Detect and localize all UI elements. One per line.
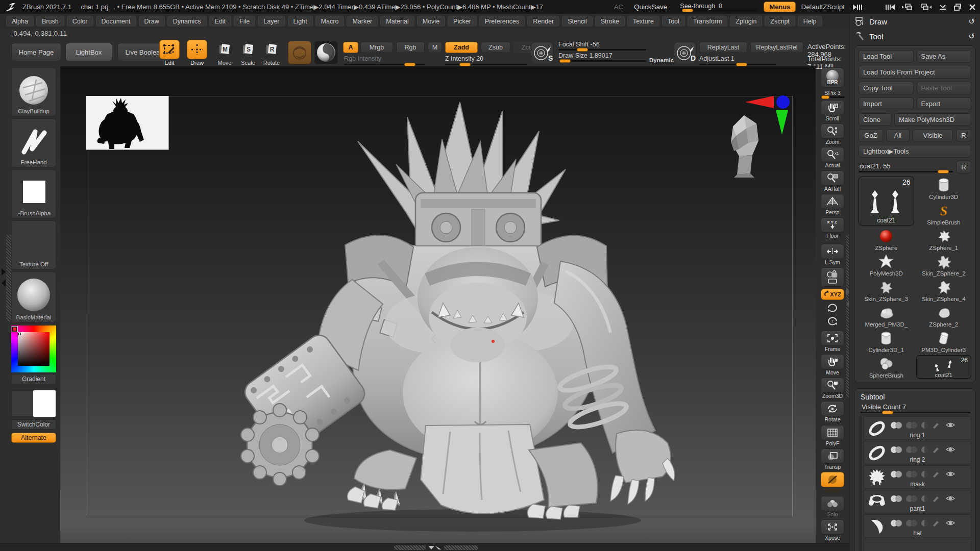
- tool-item[interactable]: ZSphere_2: [916, 304, 972, 328]
- lightbox-button[interactable]: LightBox: [65, 43, 112, 61]
- goz-button[interactable]: GoZ: [859, 129, 883, 142]
- menu-draw[interactable]: Draw: [139, 16, 165, 27]
- home-page-button[interactable]: Home Page: [11, 43, 61, 61]
- visibility-eye-icon[interactable]: [945, 495, 955, 502]
- goz-visible-button[interactable]: Visible: [913, 129, 953, 142]
- tool-item[interactable]: PM3D_Cylinder3: [916, 330, 972, 353]
- subtool-row-ring1[interactable]: ring 1: [864, 416, 971, 440]
- adjust-last-slider[interactable]: AdjustLast 1: [699, 55, 776, 65]
- tool-item-active[interactable]: 26 coat21: [859, 177, 914, 226]
- tool-item[interactable]: Cylinder3D_1: [859, 330, 914, 353]
- paint-icon[interactable]: [932, 470, 940, 478]
- polyf-button[interactable]: PolyF: [819, 425, 846, 446]
- menu-edit[interactable]: Edit: [209, 16, 232, 27]
- menu-stroke[interactable]: Stroke: [595, 16, 625, 27]
- paint-icon[interactable]: [932, 519, 940, 527]
- sv-square[interactable]: [18, 332, 50, 366]
- tool-item[interactable]: S SimpleBrush: [916, 202, 972, 226]
- tool-item[interactable]: PolyMesh3D: [859, 253, 914, 277]
- rgb-intensity-slider[interactable]: Rgb Intensity: [344, 55, 425, 65]
- move-mode-button[interactable]: M Move: [214, 40, 235, 66]
- draw-mode-button[interactable]: Draw: [187, 40, 207, 66]
- mrgb-toggle[interactable]: Mrgb: [360, 42, 393, 53]
- menu-light[interactable]: Light: [288, 16, 313, 27]
- zadd-toggle[interactable]: Zadd: [445, 42, 478, 53]
- prev-document-icon[interactable]: [902, 3, 913, 11]
- subtool-scrollbar[interactable]: [859, 416, 862, 551]
- hue-ring[interactable]: [11, 325, 56, 372]
- m-toggle[interactable]: M: [428, 42, 442, 53]
- menu-material[interactable]: Material: [380, 16, 414, 27]
- tool-item[interactable]: Skin_ZSphere_2: [916, 253, 972, 277]
- tool-item[interactable]: Skin_ZSphere_4: [916, 279, 972, 302]
- menus-button[interactable]: Menus: [764, 2, 796, 12]
- quicksave-button[interactable]: QuickSave: [628, 2, 673, 12]
- menu-movie[interactable]: Movie: [417, 16, 445, 27]
- menu-help[interactable]: Help: [798, 16, 822, 27]
- secondary-color-swatch[interactable]: [11, 391, 34, 416]
- solo-button[interactable]: Solo: [819, 496, 846, 517]
- tool-item[interactable]: Cylinder3D: [916, 177, 972, 200]
- right-tray-toggle-icon[interactable]: [877, 4, 895, 11]
- load-tool-button[interactable]: Load Tool: [859, 50, 914, 63]
- subtool-row-hat[interactable]: hat: [864, 514, 971, 538]
- zoom3d-button[interactable]: Zoom3D: [819, 378, 846, 399]
- aahalf-button[interactable]: AAHalf: [819, 170, 846, 192]
- lightbox-tools-button[interactable]: Lightbox▶Tools: [859, 145, 971, 158]
- load-tools-from-project-button[interactable]: Load Tools From Project: [859, 66, 971, 79]
- z-axis-dot[interactable]: [776, 95, 790, 109]
- focal-shift-slider[interactable]: Focal Shift -56: [558, 41, 646, 48]
- rotate-y-button[interactable]: [819, 302, 846, 313]
- stroke-type-button[interactable]: [288, 41, 311, 64]
- left-tray-toggle-icon[interactable]: [853, 4, 870, 11]
- paint-icon[interactable]: [932, 495, 940, 502]
- replay-last-button[interactable]: ReplayLast: [699, 42, 747, 53]
- local-pivot-button[interactable]: [819, 267, 846, 287]
- visibility-eye-icon[interactable]: [945, 470, 955, 478]
- subtool-row-ring2[interactable]: ring 2: [864, 441, 971, 464]
- tool-palette-header[interactable]: Tool ↺: [850, 28, 980, 43]
- menu-zscript[interactable]: Zscript: [765, 16, 795, 27]
- make-polymesh3d-button[interactable]: Make PolyMesh3D: [894, 113, 971, 126]
- rotate-z-button[interactable]: z: [819, 315, 846, 327]
- persp-button[interactable]: Persp: [819, 194, 846, 215]
- switch-color-label[interactable]: SwitchColor: [11, 419, 56, 430]
- menu-texture[interactable]: Texture: [627, 16, 659, 27]
- x-axis-arrow[interactable]: [745, 96, 774, 108]
- tool-item[interactable]: SphereBrush: [859, 355, 914, 379]
- rotate-mode-button[interactable]: R Rotate: [261, 40, 282, 66]
- draw-reset-icon[interactable]: ↺: [968, 17, 975, 26]
- draw-size-slider[interactable]: Draw Size 1.89017: [558, 52, 612, 59]
- subtool-header[interactable]: Subtool: [861, 393, 971, 401]
- rgb-toggle[interactable]: Rgb: [396, 42, 425, 53]
- menu-tool[interactable]: Tool: [662, 16, 685, 27]
- save-as-button[interactable]: Save As: [917, 50, 972, 63]
- color-picker[interactable]: Gradient: [11, 325, 56, 384]
- current-material-button[interactable]: BasicMaterial: [11, 271, 56, 322]
- current-brush-button[interactable]: ClayBuildup: [11, 67, 56, 116]
- import-button[interactable]: Import: [859, 97, 914, 110]
- see-through-slider[interactable]: See-through 0: [680, 3, 756, 11]
- y-axis-arrow[interactable]: [776, 110, 788, 135]
- transp-button[interactable]: Transp: [819, 448, 846, 470]
- zsub-toggle[interactable]: Zsub: [481, 42, 510, 53]
- primary-color-swatch[interactable]: [33, 390, 56, 417]
- menu-color[interactable]: Color: [67, 16, 93, 27]
- menu-brush[interactable]: Brush: [36, 16, 64, 27]
- floor-button[interactable]: XYZ Floor: [819, 217, 846, 239]
- menu-document[interactable]: Document: [96, 16, 136, 27]
- a-toggle[interactable]: A: [343, 42, 358, 53]
- draw-palette-header[interactable]: Draw ↺: [850, 14, 980, 28]
- bottom-tray-handle-left[interactable]: [394, 545, 426, 550]
- zoom-button[interactable]: Zoom: [819, 123, 846, 145]
- gradient-label[interactable]: Gradient: [11, 374, 56, 384]
- document-canvas[interactable]: [60, 66, 816, 543]
- scroll-button[interactable]: Scroll: [819, 100, 846, 121]
- xpose-button[interactable]: Xpose: [819, 519, 846, 541]
- menu-picker[interactable]: Picker: [448, 16, 477, 27]
- copy-tool-button[interactable]: Copy Tool: [859, 82, 914, 94]
- next-document-icon[interactable]: [920, 3, 932, 11]
- goz-r-button[interactable]: R: [956, 129, 971, 142]
- tool-item[interactable]: Skin_ZSphere_3: [859, 279, 914, 302]
- tool-reset-icon[interactable]: ↺: [968, 32, 975, 41]
